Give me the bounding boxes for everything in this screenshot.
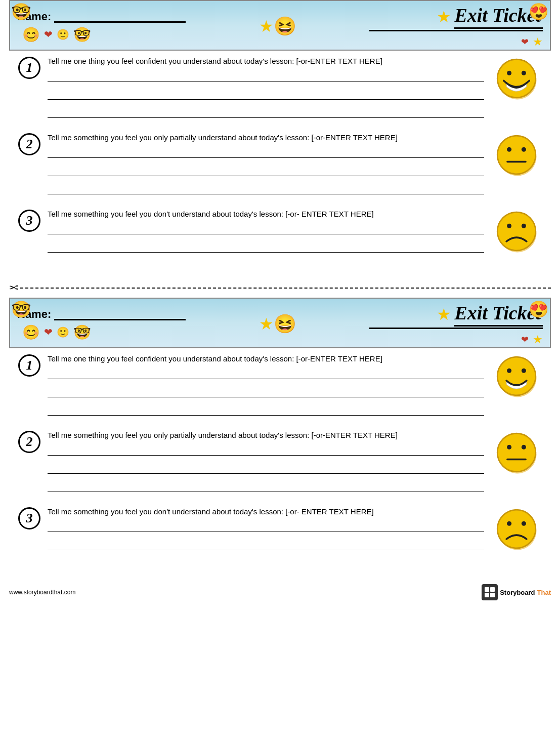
cut-line: ✂ — [0, 281, 560, 295]
question-content-6: Tell me something you feel you don't und… — [48, 506, 484, 550]
emoji-laugh-2: 😆 — [274, 313, 296, 335]
answer-line-6-1[interactable] — [48, 523, 484, 532]
answer-line-5-2[interactable] — [48, 465, 484, 474]
answer-lines-1 — [48, 72, 484, 118]
question-number-5: 2 — [18, 431, 40, 453]
answer-line-5-1[interactable] — [48, 446, 484, 456]
answer-lines-4 — [48, 370, 484, 416]
answer-line-6-2[interactable] — [48, 541, 484, 550]
emoji-sunglasses-1: 🤓 — [73, 26, 91, 43]
emoji-sunglasses-2: 🤓 — [73, 324, 91, 341]
question-text-3: Tell me something you feel you don't und… — [48, 209, 484, 219]
question-row-4: 1 Tell me one thing you feel confident y… — [18, 353, 542, 416]
svg-point-1 — [497, 59, 536, 98]
svg-point-15 — [507, 369, 511, 373]
answer-line-1-3[interactable] — [48, 109, 484, 118]
svg-point-16 — [522, 369, 526, 373]
question-row-1: 1 Tell me one thing you feel confident y… — [18, 56, 542, 118]
sad-face-1 — [494, 209, 539, 254]
emoji-row-header-1: 😊 ❤ 🙂 🤓 — [22, 26, 91, 43]
emoji-star-header-2: ★ — [259, 314, 274, 334]
emoji-smile2-1: 🙂 — [57, 28, 69, 40]
face-container-2 — [491, 132, 542, 178]
question-row-2: 2 Tell me something you feel you only pa… — [18, 132, 542, 194]
happy-face-2 — [494, 353, 539, 399]
emoji-star-right-1: ★ — [437, 7, 451, 26]
header-left-2: Name: 😊 ❤ 🙂 🤓 — [17, 308, 186, 341]
name-row-1: Name: — [17, 10, 186, 23]
corner-emoji-sunglasses-2: 🤓 — [11, 300, 31, 319]
footer: www.storyboardthat.com StoryboardThat — [0, 580, 560, 604]
svg-point-18 — [497, 433, 536, 472]
question-content-2: Tell me something you feel you only part… — [48, 132, 484, 194]
question-text-4: Tell me one thing you feel confident you… — [48, 353, 484, 364]
question-number-6: 3 — [18, 507, 40, 529]
question-row-3: 3 Tell me something you feel you don't u… — [18, 209, 542, 254]
page: 🤓 😍 Name: 😊 ❤ 🙂 🤓 ★ 😆 — [0, 0, 560, 604]
svg-point-7 — [522, 147, 526, 152]
happy-face-1 — [494, 56, 539, 101]
question-content-4: Tell me one thing you feel confident you… — [48, 353, 484, 416]
emoji-smile2-2: 🙂 — [57, 326, 69, 338]
svg-rect-28 — [485, 593, 489, 597]
svg-rect-27 — [490, 587, 495, 592]
answer-line-2-2[interactable] — [48, 167, 484, 176]
svg-point-12 — [522, 224, 526, 228]
name-underline-2[interactable] — [54, 308, 186, 320]
ticket-section-2: 🤓 😍 Name: 😊 ❤ 🙂 🤓 ★ 😆 — [0, 298, 560, 576]
face-container-5 — [491, 430, 542, 475]
svg-rect-29 — [490, 593, 495, 597]
logo-svg — [484, 587, 495, 598]
emoji-star-small-1: ★ — [533, 35, 543, 49]
answer-lines-3 — [48, 225, 484, 253]
emoji-row-header-2: 😊 ❤ 🙂 🤓 — [22, 324, 91, 341]
emoji-star-small-2: ★ — [533, 333, 543, 346]
questions-area-1: 1 Tell me one thing you feel confident y… — [9, 51, 551, 273]
svg-point-5 — [497, 136, 536, 174]
question-content-1: Tell me one thing you feel confident you… — [48, 56, 484, 118]
neutral-face-2 — [494, 430, 539, 475]
face-container-1 — [491, 56, 542, 101]
answer-line-1-2[interactable] — [48, 91, 484, 100]
question-content-3: Tell me something you feel you don't und… — [48, 209, 484, 253]
answer-line-4-1[interactable] — [48, 370, 484, 379]
svg-point-20 — [522, 445, 526, 450]
logo-icon — [482, 584, 498, 600]
answer-line-4-3[interactable] — [48, 406, 484, 416]
question-number-1: 1 — [18, 57, 40, 79]
corner-emoji-hearteyes-2: 😍 — [529, 300, 549, 319]
emoji-heart-1: ❤ — [44, 28, 53, 40]
logo-text-that: That — [537, 589, 551, 596]
emoji-smile-2: 😊 — [22, 324, 40, 341]
emoji-laugh-1: 😆 — [274, 16, 296, 37]
answer-lines-5 — [48, 446, 484, 492]
answer-line-2-3[interactable] — [48, 185, 484, 194]
svg-point-14 — [497, 357, 536, 395]
face-container-3 — [491, 209, 542, 254]
face-container-4 — [491, 353, 542, 399]
question-text-1: Tell me one thing you feel confident you… — [48, 56, 484, 66]
logo-text-storyboard: Storyboard — [500, 589, 535, 596]
answer-line-3-2[interactable] — [48, 243, 484, 253]
header-right-2: ★ Exit Ticket ❤ ★ — [369, 302, 543, 346]
corner-emoji-hearteyes-1: 😍 — [529, 2, 549, 21]
answer-line-2-1[interactable] — [48, 149, 484, 158]
corner-emoji-sunglasses-1: 🤓 — [11, 2, 31, 21]
face-container-6 — [491, 506, 542, 552]
questions-area-2: 1 Tell me one thing you feel confident y… — [9, 348, 551, 571]
ticket-header-2: 🤓 😍 Name: 😊 ❤ 🙂 🤓 ★ 😆 — [9, 298, 551, 348]
svg-point-25 — [522, 521, 526, 526]
answer-line-4-2[interactable] — [48, 388, 484, 397]
emoji-star-header-1: ★ — [259, 17, 274, 36]
cut-dashes — [20, 288, 551, 289]
svg-point-10 — [497, 212, 536, 251]
answer-line-1-1[interactable] — [48, 72, 484, 81]
answer-lines-6 — [48, 523, 484, 550]
answer-line-3-1[interactable] — [48, 225, 484, 234]
name-underline-1[interactable] — [54, 11, 186, 23]
svg-point-19 — [507, 445, 511, 450]
question-number-3: 3 — [18, 210, 40, 232]
answer-line-5-3[interactable] — [48, 483, 484, 492]
emoji-smile-1: 😊 — [22, 26, 40, 43]
storyboard-logo: StoryboardThat — [482, 584, 551, 600]
